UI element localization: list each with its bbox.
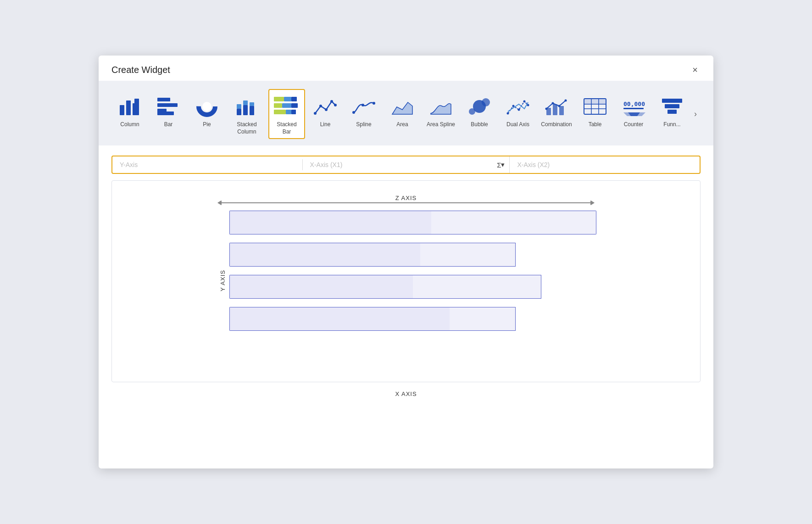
chart-type-combination[interactable]: Combination <box>538 89 575 132</box>
combination-label: Combination <box>541 121 572 128</box>
column-icon <box>115 94 145 119</box>
chart-type-table[interactable]: Table <box>577 89 613 132</box>
y-axis-label: Y AXIS <box>219 270 226 291</box>
svg-rect-42 <box>553 104 557 115</box>
x-axis-x1-input[interactable] <box>303 156 493 173</box>
bubble-icon <box>465 94 494 119</box>
svg-rect-0 <box>120 105 124 115</box>
counter-icon: 00,000 <box>619 94 648 119</box>
svg-point-38 <box>518 109 520 111</box>
bar-segment-2 <box>450 307 516 331</box>
svg-point-44 <box>545 108 548 110</box>
chart-type-counter[interactable]: 00,000 Counter <box>615 89 652 132</box>
stacked-column-label: Stacked Column <box>231 121 263 135</box>
svg-point-34 <box>469 108 475 115</box>
stacked-bar-icon <box>272 94 301 119</box>
svg-rect-43 <box>559 106 564 115</box>
svg-point-39 <box>523 100 526 103</box>
svg-rect-16 <box>274 97 284 101</box>
table-row <box>229 211 596 234</box>
svg-text:00,000: 00,000 <box>623 100 645 107</box>
svg-point-31 <box>362 104 364 106</box>
column-label: Column <box>120 121 139 128</box>
svg-point-30 <box>352 111 355 114</box>
svg-rect-7 <box>157 111 174 115</box>
pie-icon <box>192 94 222 119</box>
spline-label: Spline <box>356 121 371 128</box>
create-widget-dialog: Create Widget × Column <box>99 56 713 468</box>
bar-segment-1 <box>229 243 420 267</box>
chart-type-pie[interactable]: Pie <box>189 89 225 132</box>
svg-rect-12 <box>243 105 248 115</box>
stacked-column-icon <box>232 94 261 119</box>
y-axis-label-col: Y AXIS <box>216 207 229 354</box>
svg-rect-20 <box>282 103 291 108</box>
chart-types-scroll: Column Bar <box>111 89 690 139</box>
counter-label: Counter <box>624 121 644 128</box>
svg-rect-19 <box>274 103 282 108</box>
svg-rect-17 <box>284 97 291 101</box>
svg-point-27 <box>325 108 328 111</box>
svg-rect-59 <box>665 104 679 108</box>
svg-rect-53 <box>584 99 606 104</box>
chart-type-bar[interactable]: Bar <box>150 89 187 132</box>
svg-point-26 <box>319 105 322 107</box>
svg-rect-11 <box>237 104 241 109</box>
chart-type-area[interactable]: Area <box>384 89 421 132</box>
chart-type-area-spline[interactable]: Area Spline <box>423 89 459 132</box>
chart-type-bubble[interactable]: Bubble <box>461 89 498 132</box>
spline-icon <box>349 94 378 119</box>
dual-axis-icon <box>503 94 533 119</box>
stacked-bar-label: Stacked Bar <box>272 121 301 135</box>
svg-point-29 <box>334 104 337 106</box>
svg-rect-24 <box>291 110 296 114</box>
chart-selector-area: Column Bar <box>99 81 713 145</box>
svg-rect-3 <box>134 99 139 115</box>
dialog-title: Create Widget <box>111 65 170 75</box>
svg-rect-55 <box>623 108 644 109</box>
svg-point-9 <box>202 102 211 111</box>
svg-rect-5 <box>157 103 178 107</box>
chart-type-column[interactable]: Column <box>111 89 148 132</box>
area-label: Area <box>396 121 408 128</box>
bar-segment-1 <box>229 211 431 234</box>
chart-type-stacked-column[interactable]: Stacked Column <box>227 89 267 139</box>
dual-axis-label: Dual Axis <box>506 121 529 128</box>
chart-type-spline[interactable]: Spline <box>345 89 382 132</box>
bar-segment-2 <box>420 243 516 267</box>
svg-rect-58 <box>662 99 682 103</box>
line-label: Line <box>320 121 331 128</box>
bar-segment-2 <box>431 211 596 234</box>
chart-type-stacked-bar[interactable]: Stacked Bar <box>268 89 305 139</box>
bars-area: Y AXIS <box>216 207 596 354</box>
funnel-label: Funn... <box>663 121 680 128</box>
x-axis-x2-input[interactable] <box>510 156 700 173</box>
y-axis-input[interactable] <box>112 156 302 173</box>
chart-preview-area: Z AXIS Y AXIS <box>111 180 701 382</box>
svg-rect-15 <box>250 102 254 106</box>
svg-point-45 <box>552 102 554 105</box>
close-button[interactable]: × <box>690 64 701 76</box>
funnel-icon <box>657 94 687 119</box>
svg-rect-18 <box>291 97 297 101</box>
svg-rect-14 <box>250 106 254 115</box>
svg-rect-23 <box>286 110 291 114</box>
svg-point-35 <box>482 98 490 106</box>
axis-selector: Σ ▾ <box>111 156 701 174</box>
bar-segment-1 <box>229 275 413 299</box>
z-axis-arrow-row <box>218 202 594 203</box>
table-row <box>229 275 596 299</box>
bar-segment-2 <box>413 275 541 299</box>
area-icon <box>388 94 417 119</box>
chart-type-dual-axis[interactable]: Dual Axis <box>500 89 536 132</box>
chart-type-line[interactable]: Line <box>307 89 344 132</box>
chart-type-funnel[interactable]: Funn... <box>654 89 690 132</box>
chart-preview-inner: Z AXIS Y AXIS <box>121 195 691 354</box>
scroll-right-button[interactable]: › <box>690 107 701 121</box>
z-axis-arrow-line <box>218 202 594 203</box>
table-row <box>229 307 596 331</box>
bubble-label: Bubble <box>471 121 488 128</box>
svg-rect-13 <box>243 100 248 105</box>
sigma-dropdown[interactable]: Σ ▾ <box>492 156 510 173</box>
svg-rect-4 <box>157 98 170 101</box>
